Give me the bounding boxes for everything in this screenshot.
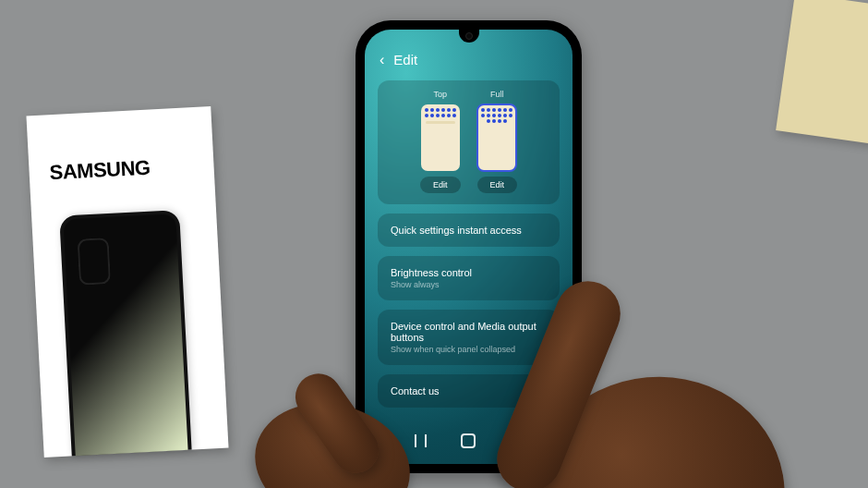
product-box: SAMSUNG bbox=[26, 106, 228, 458]
page-title: Edit bbox=[393, 52, 417, 67]
layout-label-full: Full bbox=[490, 90, 504, 99]
brand-logo: SAMSUNG bbox=[49, 153, 199, 185]
row-brightness[interactable]: Brightness control Show always bbox=[378, 256, 560, 300]
row-brightness-subtitle: Show always bbox=[391, 280, 547, 289]
layout-option-top[interactable]: Top Edit bbox=[420, 90, 461, 193]
row-device-media-title: Device control and Media output buttons bbox=[391, 321, 547, 343]
corner-prop bbox=[776, 0, 868, 146]
box-phone-render bbox=[59, 210, 191, 456]
layout-preview-top bbox=[421, 104, 460, 171]
layout-selector-card: Top Edit Full Edit bbox=[378, 80, 560, 204]
nav-recents-icon[interactable] bbox=[413, 433, 428, 448]
front-camera bbox=[465, 32, 473, 40]
row-device-media[interactable]: Device control and Media output buttons … bbox=[378, 310, 560, 365]
edit-full-button[interactable]: Edit bbox=[477, 177, 518, 193]
row-device-media-subtitle: Show when quick panel collapsed bbox=[391, 345, 547, 354]
row-quick-settings-title: Quick settings instant access bbox=[391, 225, 547, 236]
back-icon[interactable]: ‹ bbox=[380, 53, 384, 67]
row-quick-settings[interactable]: Quick settings instant access bbox=[378, 214, 560, 247]
row-brightness-title: Brightness control bbox=[391, 267, 547, 278]
edit-top-button[interactable]: Edit bbox=[420, 177, 461, 193]
header: ‹ Edit bbox=[378, 52, 560, 67]
layout-option-full[interactable]: Full Edit bbox=[477, 90, 518, 193]
layout-preview-full bbox=[477, 104, 516, 171]
layout-label-top: Top bbox=[433, 90, 447, 99]
nav-home-icon[interactable] bbox=[461, 433, 476, 448]
